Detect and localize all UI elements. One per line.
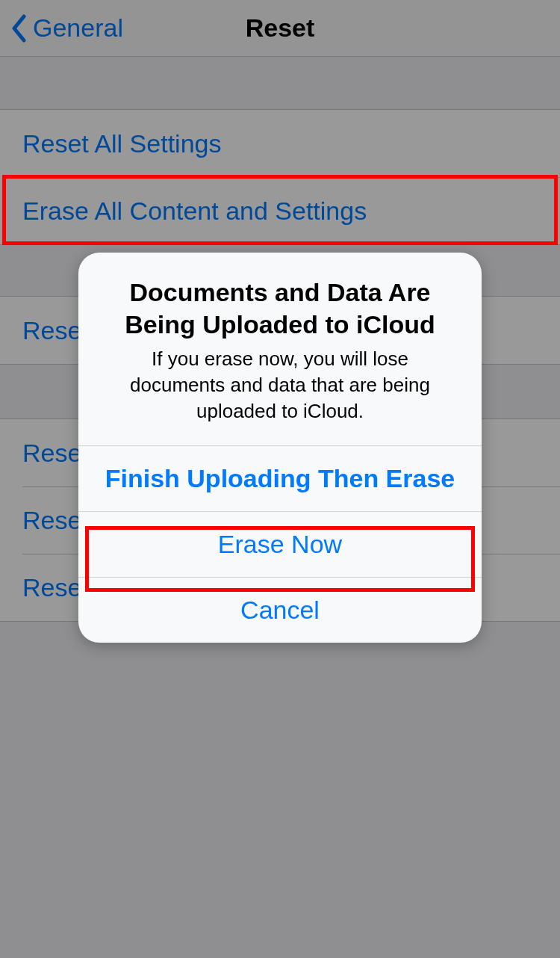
alert-body: Documents and Data Are Being Uploaded to… xyxy=(78,253,482,445)
alert-button-finish-then-erase[interactable]: Finish Uploading Then Erase xyxy=(78,445,482,511)
alert-button-cancel[interactable]: Cancel xyxy=(78,577,482,643)
alert-button-label: Erase Now xyxy=(218,530,342,559)
alert-button-label: Cancel xyxy=(240,596,320,625)
alert-dialog: Documents and Data Are Being Uploaded to… xyxy=(78,253,482,643)
alert-button-erase-now[interactable]: Erase Now xyxy=(78,511,482,577)
alert-message: If you erase now, you will lose document… xyxy=(99,346,461,424)
alert-button-label: Finish Uploading Then Erase xyxy=(105,464,455,493)
alert-title: Documents and Data Are Being Uploaded to… xyxy=(99,276,461,340)
